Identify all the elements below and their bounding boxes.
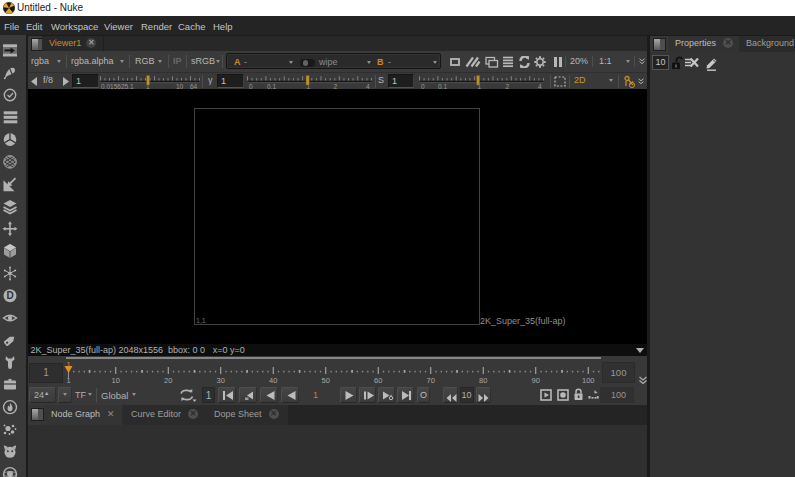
svg-text:10: 10	[112, 376, 120, 385]
svg-text:50: 50	[322, 376, 330, 385]
svg-text:30: 30	[217, 376, 225, 385]
svg-text:60: 60	[374, 376, 382, 385]
svg-text:90: 90	[532, 376, 540, 385]
svg-text:100: 100	[582, 376, 595, 385]
svg-text:80: 80	[479, 376, 487, 385]
svg-text:70: 70	[427, 376, 435, 385]
svg-text:20: 20	[164, 376, 172, 385]
svg-text:D: D	[6, 290, 13, 301]
svg-text:40: 40	[269, 376, 277, 385]
